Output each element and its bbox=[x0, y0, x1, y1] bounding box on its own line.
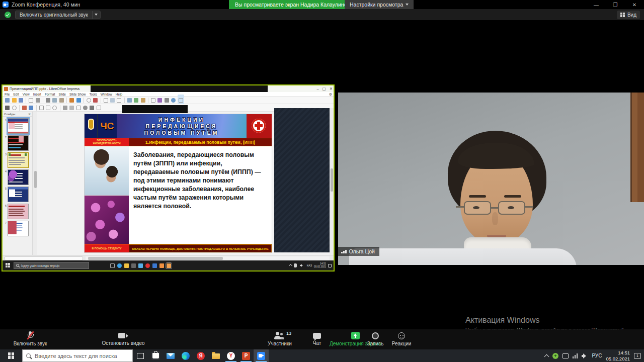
edge-button[interactable] bbox=[178, 349, 193, 362]
menu-file[interactable]: File bbox=[5, 93, 10, 96]
redo-icon[interactable] bbox=[76, 98, 81, 103]
reactions-button[interactable]: Реакции bbox=[388, 331, 415, 346]
network-icon[interactable] bbox=[573, 353, 578, 358]
mic-icon[interactable] bbox=[294, 263, 297, 267]
connector-icon[interactable] bbox=[76, 106, 81, 110]
zoom-pan-icon[interactable] bbox=[12, 106, 17, 110]
search-input[interactable] bbox=[34, 352, 124, 359]
line-color-icon[interactable] bbox=[22, 106, 27, 110]
slide-thumbnail-5[interactable] bbox=[8, 187, 29, 202]
speaker-icon[interactable] bbox=[582, 353, 588, 358]
close-button[interactable]: ✕ bbox=[330, 86, 333, 91]
vertical-scrollbar[interactable] bbox=[330, 108, 334, 255]
start-icon[interactable] bbox=[6, 263, 11, 268]
view-layout-button[interactable]: Вид bbox=[617, 11, 640, 19]
maximize-button[interactable]: ▢ bbox=[323, 86, 326, 91]
view-mode-icon[interactable] bbox=[110, 98, 115, 103]
task-view-button[interactable] bbox=[133, 349, 148, 362]
language-indicator[interactable]: КАЗ bbox=[307, 264, 312, 267]
maximize-button[interactable]: ❐ bbox=[606, 0, 625, 9]
menu-format[interactable]: Format bbox=[45, 93, 55, 96]
menu-window[interactable]: Window bbox=[101, 93, 112, 96]
image-icon[interactable] bbox=[141, 98, 145, 103]
slide-thumbnail-6[interactable] bbox=[8, 204, 29, 219]
view-settings-button[interactable]: Настройки просмотра bbox=[345, 0, 414, 9]
menu-tools[interactable]: Tools bbox=[90, 93, 97, 96]
arrow-shape-icon[interactable] bbox=[63, 106, 67, 110]
slide-thumbnail-2[interactable] bbox=[8, 135, 29, 151]
rectangle-icon[interactable] bbox=[46, 106, 50, 110]
new-icon[interactable] bbox=[5, 98, 10, 103]
hidden-icons-chevron[interactable] bbox=[289, 263, 292, 267]
folder-icon[interactable] bbox=[124, 263, 129, 268]
menu-view[interactable]: View bbox=[23, 93, 30, 96]
slide-thumbnail-4[interactable] bbox=[8, 169, 29, 185]
select-arrow-icon[interactable] bbox=[5, 106, 10, 110]
open-icon[interactable] bbox=[12, 98, 17, 103]
horizontal-scrollbar[interactable] bbox=[3, 255, 334, 260]
yandex-button[interactable]: Я bbox=[193, 349, 208, 362]
textbox-icon[interactable] bbox=[151, 98, 155, 103]
menu-help[interactable]: Help bbox=[116, 93, 122, 96]
basic-shapes-icon[interactable] bbox=[83, 106, 88, 110]
zoom-taskbar-button[interactable] bbox=[254, 349, 269, 362]
notification-icon[interactable] bbox=[328, 264, 332, 267]
save-icon[interactable] bbox=[19, 98, 23, 103]
menu-slideshow[interactable]: Slide Show bbox=[69, 93, 86, 96]
libreoffice-icon[interactable] bbox=[167, 263, 171, 268]
paste-icon[interactable] bbox=[59, 98, 64, 103]
menu-insert[interactable]: Insert bbox=[33, 93, 41, 96]
unmute-button[interactable]: Включить звук bbox=[5, 331, 55, 346]
flowchart-icon[interactable] bbox=[97, 106, 101, 110]
slide-thumbnail-3[interactable] bbox=[8, 152, 29, 168]
master-slide-icon[interactable] bbox=[117, 98, 121, 103]
file-explorer-button[interactable] bbox=[208, 349, 223, 362]
slide-thumbnail-7[interactable] bbox=[8, 221, 29, 236]
chart-icon[interactable] bbox=[134, 98, 138, 103]
original-sound-button[interactable]: Включить оригинальный звук bbox=[15, 11, 101, 19]
panel-scrollbar[interactable] bbox=[33, 112, 37, 255]
speaker-icon[interactable] bbox=[300, 264, 303, 267]
ellipse-icon[interactable] bbox=[52, 106, 57, 110]
store-button[interactable] bbox=[148, 349, 163, 362]
taskbar-search-box[interactable] bbox=[22, 349, 133, 362]
line-icon[interactable] bbox=[39, 106, 44, 110]
zoom-tool-icon[interactable] bbox=[171, 98, 176, 103]
chat-button[interactable]: Чат bbox=[306, 331, 328, 346]
antivirus-tray-icon[interactable]: + bbox=[552, 353, 558, 359]
participant-video[interactable]: Ольга Цой bbox=[338, 93, 644, 265]
export-icon[interactable] bbox=[29, 98, 33, 103]
slide-thumbnail-1[interactable] bbox=[8, 118, 29, 134]
notification-center-icon[interactable]: 1 bbox=[634, 353, 641, 359]
record-button[interactable]: Запись bbox=[363, 331, 387, 346]
security-shield-icon[interactable] bbox=[5, 12, 11, 18]
chevron-down-icon[interactable] bbox=[92, 11, 100, 19]
curve-icon[interactable] bbox=[69, 106, 74, 110]
gear-icon[interactable]: ⚙ bbox=[329, 93, 332, 97]
powerpoint-button[interactable]: P bbox=[238, 349, 254, 362]
menu-edit[interactable]: Edit bbox=[13, 93, 19, 96]
find-icon[interactable] bbox=[87, 98, 91, 103]
presenter-search-box[interactable]: Іздеу үшін осында теріңіз bbox=[14, 262, 89, 269]
display-tray-icon[interactable] bbox=[562, 353, 569, 358]
symbol-shapes-icon[interactable] bbox=[90, 106, 94, 110]
special-char-icon[interactable] bbox=[157, 98, 162, 103]
display-grid-icon[interactable] bbox=[104, 98, 108, 103]
edge-icon[interactable] bbox=[117, 263, 122, 268]
yandex-browser-button[interactable]: Y bbox=[223, 349, 238, 362]
task-view-icon[interactable] bbox=[110, 263, 115, 268]
spellcheck-icon[interactable] bbox=[93, 98, 98, 103]
language-indicator[interactable]: РУС bbox=[592, 353, 602, 358]
hidden-icons-chevron[interactable] bbox=[544, 354, 549, 359]
stop-video-button[interactable]: Остановить видео bbox=[93, 331, 153, 346]
app-icon[interactable] bbox=[152, 263, 157, 268]
menu-slide[interactable]: Slide bbox=[59, 93, 66, 96]
fill-color-icon[interactable] bbox=[29, 106, 33, 110]
minimize-button[interactable]: – bbox=[316, 86, 318, 91]
clock[interactable]: 14:51 05.02.2021 bbox=[606, 350, 630, 362]
print-icon[interactable] bbox=[36, 98, 40, 103]
copy-icon[interactable] bbox=[52, 98, 57, 103]
mail-button[interactable] bbox=[163, 349, 178, 362]
opera-icon[interactable] bbox=[145, 263, 150, 268]
fontwork-icon[interactable] bbox=[165, 98, 169, 103]
